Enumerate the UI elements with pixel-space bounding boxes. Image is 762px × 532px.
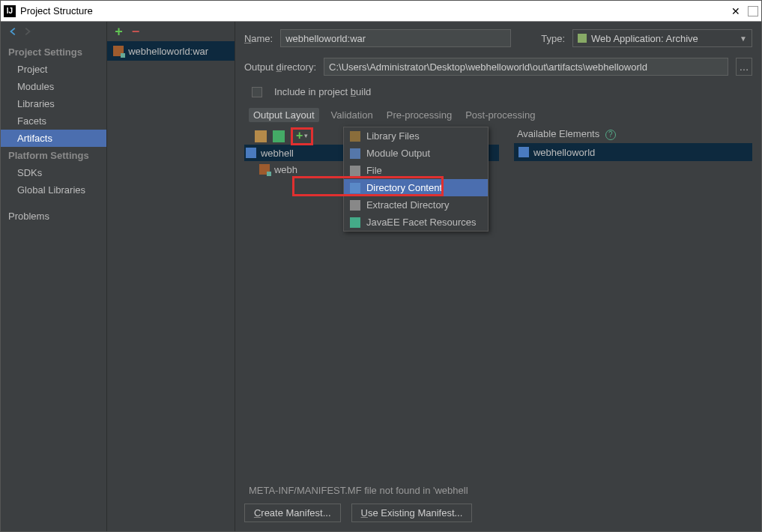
tab-pre-processing[interactable]: Pre-processing [385,108,453,122]
new-archive-icon[interactable] [273,130,285,142]
output-dir-input[interactable] [324,58,728,76]
artifact-detail-panel: Name: Type: Web Application: Archive ▼ O… [235,22,761,532]
module-icon [518,147,529,157]
available-elements-heading: Available Elements ? [514,128,752,143]
remove-artifact-button[interactable]: − [132,25,140,38]
sidebar-item-facets[interactable]: Facets [1,112,106,130]
include-in-build-checkbox[interactable] [252,87,262,97]
manifest-missing-message: META-INF/MANIFEST.MF file not found in '… [249,485,472,496]
type-select[interactable]: Web Application: Archive ▼ [572,29,752,47]
artifact-item[interactable]: webhelloworld:war [107,41,235,61]
module-output-icon [350,148,360,159]
available-element-label: webhelloworld [533,147,595,158]
chevron-down-icon: ▼ [740,34,747,43]
popup-item-module-output[interactable]: Module Output [344,145,488,162]
sidebar-heading-platform-settings: Platform Settings [1,147,106,164]
help-icon[interactable]: ? [605,130,616,140]
close-icon[interactable]: ✕ [727,5,745,17]
available-element-item[interactable]: webhelloworld [514,143,752,161]
artifact-icon [113,46,124,56]
name-input[interactable] [280,29,511,47]
javaee-icon [350,217,360,228]
available-elements-panel: Available Elements ? webhelloworld [514,128,752,178]
web-app-icon [578,34,587,43]
sidebar-item-problems[interactable]: Problems [1,208,106,225]
sidebar-item-libraries[interactable]: Libraries [1,95,106,112]
use-existing-manifest-button[interactable]: Use Existing Manifest... [351,504,473,522]
sidebar-item-artifacts[interactable]: Artifacts [1,130,106,147]
sidebar-item-project[interactable]: Project [1,61,106,78]
artifact-tabs: Output Layout Validation Pre-processing … [249,108,752,122]
maximize-icon[interactable] [748,6,758,16]
artifact-list-panel: + − webhelloworld:war [107,22,235,532]
tab-validation[interactable]: Validation [330,108,375,122]
titlebar: IJ Project Structure ✕ [1,1,761,22]
name-label: Name: [244,33,273,44]
type-value: Web Application: Archive [591,33,698,44]
tab-output-layout[interactable]: Output Layout [249,108,319,122]
add-artifact-button[interactable]: + [115,25,123,38]
sidebar-heading-project-settings: Project Settings [1,43,106,61]
tree-node-label: webhell [261,148,294,159]
include-in-build-label: Include in project build [274,86,371,97]
module-icon [259,164,270,175]
manifest-footer: META-INF/MANIFEST.MF file not found in '… [244,485,472,522]
sidebar-item-global-libraries[interactable]: Global Libraries [1,181,106,199]
library-icon [350,131,360,142]
tab-post-processing[interactable]: Post-processing [464,108,536,122]
popup-item-library-files[interactable]: Library Files [344,127,488,145]
sidebar-item-modules[interactable]: Modules [1,78,106,95]
create-manifest-button[interactable]: Create Manifest... [244,504,341,522]
popup-item-extracted-directory[interactable]: Extracted Directory [344,196,488,214]
back-arrow-icon[interactable] [8,26,19,37]
artifact-list-toolbar: + − [107,22,235,41]
artifact-item-label: webhelloworld:war [128,46,208,57]
window-title: Project Structure [20,5,727,16]
add-copy-button[interactable]: + [296,130,303,142]
file-icon [350,166,360,176]
forward-arrow-icon[interactable] [22,26,32,37]
popup-item-javaee-facet[interactable]: JavaEE Facet Resources [344,214,488,231]
output-layout-tree: + ▾ webhell webh Library Files Modul [244,128,499,178]
directory-content-highlight [292,176,444,196]
browse-output-dir-button[interactable]: … [736,58,752,76]
add-copy-highlight: + ▾ [291,127,313,145]
new-folder-icon[interactable] [255,130,267,142]
sidebar-item-sdks[interactable]: SDKs [1,164,106,181]
extracted-dir-icon [350,200,360,211]
type-label: Type: [541,33,565,44]
archive-icon [246,148,256,158]
output-dir-label: Output directory: [244,61,316,73]
chevron-down-icon: ▾ [304,132,308,139]
sidebar: Project Settings Project Modules Librari… [1,22,107,532]
intellij-icon: IJ [4,5,16,17]
tree-node-label: webh [274,164,297,175]
sidebar-nav-toolbar [1,26,106,43]
